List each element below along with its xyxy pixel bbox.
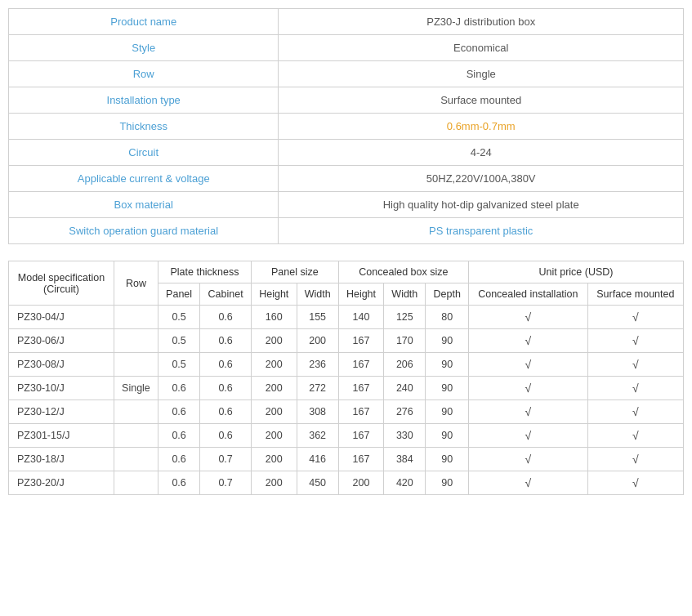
spec-value: 4-24 bbox=[279, 140, 684, 166]
model-cell: 450 bbox=[297, 471, 338, 495]
header-concealed-installation: Concealed installation bbox=[469, 283, 588, 306]
spec-label: Thickness bbox=[9, 114, 279, 140]
model-cell: 0.6 bbox=[158, 400, 199, 424]
header-surface-mounted: Surface mounted bbox=[587, 283, 683, 306]
model-cell: 200 bbox=[297, 329, 338, 353]
model-cell: √ bbox=[469, 448, 588, 471]
model-cell bbox=[114, 353, 158, 377]
model-cell: PZ30-10/J bbox=[9, 377, 114, 400]
model-cell: 200 bbox=[252, 400, 297, 424]
model-row: PZ30-04/J0.50.616015514012580√√ bbox=[9, 306, 684, 329]
header-concealed-height: Height bbox=[338, 283, 384, 306]
model-row: PZ30-20/J0.60.720045020042090√√ bbox=[9, 471, 684, 495]
spec-label: Installation type bbox=[9, 87, 279, 114]
model-cell: 200 bbox=[252, 448, 297, 471]
model-cell: 90 bbox=[426, 424, 469, 448]
model-cell: 125 bbox=[384, 306, 426, 329]
spec-row: Applicable current & voltage50HZ,220V/10… bbox=[9, 166, 684, 192]
model-cell: √ bbox=[587, 400, 683, 424]
model-cell: √ bbox=[587, 448, 683, 471]
model-cell: √ bbox=[469, 471, 588, 495]
model-row: PZ301-15/J0.60.620036216733090√√ bbox=[9, 424, 684, 448]
model-cell bbox=[114, 306, 158, 329]
header-panel-height: Height bbox=[252, 283, 297, 306]
model-row: PZ30-10/JSingle0.60.620027216724090√√ bbox=[9, 377, 684, 400]
header-panel-width: Width bbox=[297, 283, 338, 306]
spec-value: Economical bbox=[279, 35, 684, 61]
spec-value: Surface mounted bbox=[279, 87, 684, 114]
model-cell: 416 bbox=[297, 448, 338, 471]
model-cell: 167 bbox=[338, 329, 384, 353]
model-cell: √ bbox=[469, 306, 588, 329]
model-cell: √ bbox=[469, 329, 588, 353]
model-cell: 160 bbox=[252, 306, 297, 329]
model-cell: 0.6 bbox=[200, 353, 252, 377]
model-row: PZ30-06/J0.50.620020016717090√√ bbox=[9, 329, 684, 353]
spec-row: RowSingle bbox=[9, 61, 684, 87]
model-cell: 167 bbox=[338, 353, 384, 377]
model-cell: 206 bbox=[384, 353, 426, 377]
model-cell: √ bbox=[587, 306, 683, 329]
model-cell: 384 bbox=[384, 448, 426, 471]
model-cell: Single bbox=[114, 377, 158, 400]
spec-value: PS transparent plastic bbox=[279, 218, 684, 244]
model-cell bbox=[114, 424, 158, 448]
model-cell: PZ30-08/J bbox=[9, 353, 114, 377]
model-cell: 90 bbox=[426, 329, 469, 353]
model-cell: √ bbox=[587, 377, 683, 400]
model-cell: 0.5 bbox=[158, 329, 199, 353]
model-cell: 0.6 bbox=[200, 400, 252, 424]
model-cell: PZ30-20/J bbox=[9, 471, 114, 495]
model-cell: 0.6 bbox=[158, 424, 199, 448]
header-plate-thickness: Plate thickness bbox=[158, 261, 251, 283]
model-cell: 170 bbox=[384, 329, 426, 353]
model-cell: PZ30-04/J bbox=[9, 306, 114, 329]
model-cell: 420 bbox=[384, 471, 426, 495]
model-row: PZ30-18/J0.60.720041616738490√√ bbox=[9, 448, 684, 471]
model-cell: 308 bbox=[297, 400, 338, 424]
model-cell: 362 bbox=[297, 424, 338, 448]
model-cell: 236 bbox=[297, 353, 338, 377]
spec-label: Box material bbox=[9, 192, 279, 218]
model-cell: 330 bbox=[384, 424, 426, 448]
spec-label: Product name bbox=[9, 9, 279, 35]
spec-value: Single bbox=[279, 61, 684, 87]
model-cell bbox=[114, 471, 158, 495]
model-cell: √ bbox=[587, 471, 683, 495]
spec-label: Switch operation guard material bbox=[9, 218, 279, 244]
spec-row: Product namePZ30-J distribution box bbox=[9, 9, 684, 35]
header-panel: Panel bbox=[158, 283, 199, 306]
spec-value: 0.6mm-0.7mm bbox=[279, 114, 684, 140]
model-cell: √ bbox=[469, 353, 588, 377]
model-cell: √ bbox=[469, 424, 588, 448]
model-cell: 167 bbox=[338, 448, 384, 471]
model-cell: PZ30-18/J bbox=[9, 448, 114, 471]
model-cell: √ bbox=[587, 329, 683, 353]
model-cell: PZ301-15/J bbox=[9, 424, 114, 448]
model-cell: 240 bbox=[384, 377, 426, 400]
model-cell bbox=[114, 400, 158, 424]
specification-table: Product namePZ30-J distribution boxStyle… bbox=[8, 8, 684, 244]
spec-row: Box materialHigh quality hot-dip galvani… bbox=[9, 192, 684, 218]
model-cell: 0.6 bbox=[158, 471, 199, 495]
model-cell: 0.6 bbox=[200, 329, 252, 353]
header-row: Row bbox=[114, 261, 158, 306]
model-cell: 90 bbox=[426, 353, 469, 377]
spec-value: High quality hot-dip galvanized steel pl… bbox=[279, 192, 684, 218]
spec-row: StyleEconomical bbox=[9, 35, 684, 61]
header-cabinet: Cabinet bbox=[200, 283, 252, 306]
model-cell: √ bbox=[469, 377, 588, 400]
model-cell: 0.5 bbox=[158, 353, 199, 377]
spec-label: Circuit bbox=[9, 140, 279, 166]
model-cell: 272 bbox=[297, 377, 338, 400]
model-cell: 90 bbox=[426, 448, 469, 471]
spec-row: Circuit4-24 bbox=[9, 140, 684, 166]
model-cell: 167 bbox=[338, 424, 384, 448]
spec-row: Thickness0.6mm-0.7mm bbox=[9, 114, 684, 140]
model-cell: 200 bbox=[252, 329, 297, 353]
model-row: PZ30-12/J0.60.620030816727690√√ bbox=[9, 400, 684, 424]
model-cell: 0.6 bbox=[158, 377, 199, 400]
model-cell: 0.6 bbox=[200, 424, 252, 448]
model-cell: 140 bbox=[338, 306, 384, 329]
spec-value: PZ30-J distribution box bbox=[279, 9, 684, 35]
